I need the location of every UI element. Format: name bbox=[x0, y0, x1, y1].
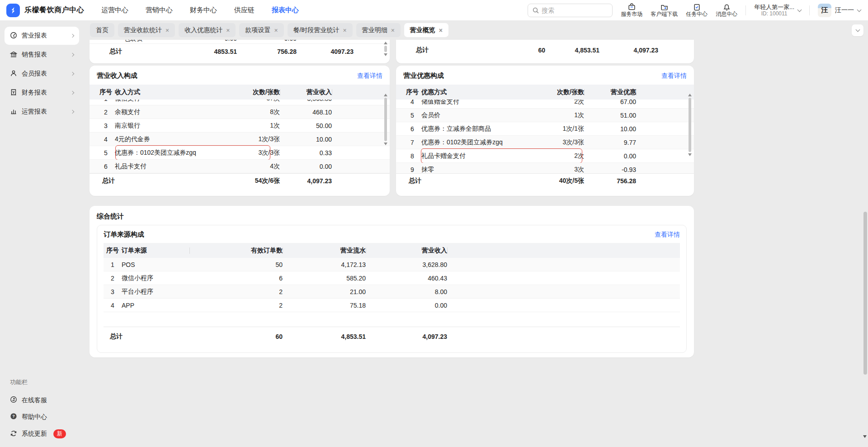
sidebar-footer: 功能栏 在线客服 ? 帮助中心 系统更新 新 bbox=[5, 378, 79, 442]
receipt-icon bbox=[10, 89, 17, 97]
tab-bar: 首页 营业收款统计× 收入优惠统计× 款项设置× 餐/时段营业统计× 营业明细×… bbox=[84, 20, 868, 40]
user-menu[interactable]: 汪 汪一一 bbox=[818, 4, 861, 17]
search-box[interactable] bbox=[528, 4, 613, 17]
content: 包装费 0.00 0.00 总计 4853.51 756.28 4097.23 bbox=[84, 40, 695, 357]
sidebar-item-system-update[interactable]: 系统更新 新 bbox=[5, 425, 79, 442]
sidebar-item-business-report[interactable]: 营业报表 bbox=[5, 27, 79, 45]
page-scrollbar-thumb[interactable] bbox=[863, 212, 867, 375]
new-badge: 新 bbox=[53, 429, 66, 438]
discount-composition-panel: 营业优惠构成 查看详情 序号 优惠方式 次数/张数 营业优惠 4 储值赠金支付 … bbox=[396, 66, 694, 196]
chevron-down-icon bbox=[857, 7, 862, 12]
quick-link-client-download[interactable]: 客户端下载 bbox=[651, 3, 678, 17]
nav-supply-chain[interactable]: 供应链 bbox=[234, 6, 255, 14]
chevron-down-icon bbox=[797, 7, 802, 12]
close-icon[interactable]: × bbox=[343, 27, 346, 34]
close-icon[interactable]: × bbox=[439, 27, 443, 34]
headset-icon bbox=[10, 396, 17, 404]
main-nav: 运营中心 营销中心 财务中心 供应链 报表中心 bbox=[101, 6, 299, 14]
sidebar-item-sales-report[interactable]: 销售报表 bbox=[5, 46, 79, 64]
close-icon[interactable]: × bbox=[226, 27, 230, 34]
panel-title: 营业优惠构成 bbox=[403, 71, 444, 80]
nav-marketing-center[interactable]: 营销中心 bbox=[146, 6, 173, 14]
table-row: 7 优惠券：0102美团立减券zgq 3次/3张 9.77 bbox=[396, 136, 694, 149]
nav-report-center[interactable]: 报表中心 bbox=[272, 6, 299, 14]
table-header: 序号 优惠方式 次数/张数 营业优惠 bbox=[396, 85, 694, 100]
top-partial-row: 包装费 0.00 0.00 总计 4853.51 756.28 4097.23 bbox=[90, 40, 695, 63]
table-row: 4 4元的代金券 1次/3张 10.00 bbox=[90, 133, 390, 146]
view-details-link[interactable]: 查看详情 bbox=[655, 231, 680, 239]
topbar-right: 服务市场 客户端下载 任务中心 消息中心 年轻人第一家... ID: 10001… bbox=[528, 3, 861, 17]
panel-title: 营业收入构成 bbox=[97, 71, 137, 80]
tab-payment-stats[interactable]: 营业收款统计× bbox=[118, 23, 175, 37]
sidebar-item-finance-report[interactable]: 财务报表 bbox=[5, 84, 79, 102]
view-details-link[interactable]: 查看详情 bbox=[357, 72, 382, 80]
brand-title: 乐檬餐饮商户中心 bbox=[24, 5, 84, 15]
quick-link-task-center[interactable]: 任务中心 bbox=[686, 3, 708, 17]
tab-list-dropdown-button[interactable] bbox=[852, 24, 863, 36]
table-total-row: 总计 54次/6张 4,097.23 bbox=[90, 173, 390, 188]
bank-icon bbox=[10, 51, 17, 59]
tab-income-discount-stats[interactable]: 收入优惠统计× bbox=[179, 23, 236, 37]
table-row: 2 余额支付 8次 468.10 bbox=[90, 105, 390, 119]
download-icon bbox=[660, 3, 668, 11]
order-source-panel: 订单来源构成 查看详情 序号 订单来源 有效订单数 营业流水 营业收入 1 PO… bbox=[97, 225, 687, 353]
table-scrollbar[interactable] bbox=[383, 94, 388, 184]
table-header: 序号 订单来源 有效订单数 营业流水 营业收入 bbox=[104, 243, 680, 258]
table-row: 6 礼品卡支付 4次 0.00 bbox=[90, 160, 390, 173]
chevron-right-icon bbox=[71, 72, 74, 76]
bell-icon bbox=[723, 3, 731, 11]
main-area: 首页 营业收款统计× 收入优惠统计× 款项设置× 餐/时段营业统计× 营业明细×… bbox=[84, 20, 868, 447]
summary-title: 综合统计 bbox=[97, 212, 687, 221]
search-input[interactable] bbox=[542, 7, 605, 14]
page-scrollbar-down-arrow[interactable] bbox=[863, 438, 867, 445]
table-total-row: 总计 60 4,853.51 4,097.23 bbox=[104, 327, 680, 346]
pie-report-icon bbox=[10, 32, 17, 40]
view-details-link[interactable]: 查看详情 bbox=[661, 72, 687, 80]
middle-row: 营业收入构成 查看详情 序号 收入方式 次数/张数 营业收入 1 微信支付 37… bbox=[90, 66, 695, 196]
search-icon bbox=[533, 7, 539, 14]
table-header: 序号 收入方式 次数/张数 营业收入 bbox=[90, 85, 390, 100]
sidebar-item-online-support[interactable]: 在线客服 bbox=[5, 392, 79, 409]
tab-business-overview[interactable]: 营业概览× bbox=[404, 23, 448, 37]
function-bar-title: 功能栏 bbox=[5, 378, 79, 386]
quick-link-service-market[interactable]: 服务市场 bbox=[621, 3, 642, 17]
income-composition-panel: 营业收入构成 查看详情 序号 收入方式 次数/张数 营业收入 1 微信支付 37… bbox=[90, 66, 390, 196]
close-icon[interactable]: × bbox=[391, 27, 395, 34]
avatar: 汪 bbox=[818, 4, 831, 17]
table-empty-space bbox=[104, 312, 680, 327]
topbar: 乐檬餐饮商户中心 运营中心 营销中心 财务中心 供应链 报表中心 服务市场 客户… bbox=[0, 0, 868, 20]
table-row: 3 南京银行 1次 50.00 bbox=[90, 119, 390, 133]
table-row: 9 抹零 3次 -0.93 bbox=[396, 163, 694, 173]
tab-home[interactable]: 首页 bbox=[90, 23, 114, 37]
refresh-icon bbox=[10, 430, 17, 438]
tab-meal-period-stats[interactable]: 餐/时段营业统计× bbox=[288, 23, 353, 37]
topbar-divider bbox=[809, 5, 810, 15]
question-icon: ? bbox=[10, 413, 17, 421]
chevron-right-icon bbox=[71, 34, 74, 38]
svg-text:?: ? bbox=[12, 414, 15, 418]
store-switcher[interactable]: 年轻人第一家... ID: 100011 bbox=[754, 4, 801, 17]
table-scrollbar[interactable] bbox=[383, 42, 388, 62]
sidebar-item-member-report[interactable]: 会员报表 bbox=[5, 65, 79, 83]
sidebar-item-operation-report[interactable]: 运营报表 bbox=[5, 103, 79, 121]
table-scrollbar[interactable] bbox=[687, 94, 693, 184]
quick-link-message-center[interactable]: 消息中心 bbox=[716, 3, 737, 17]
grand-total-row: 总计 4853.51 756.28 4097.23 bbox=[90, 44, 390, 59]
close-icon[interactable]: × bbox=[274, 27, 278, 34]
sidebar-item-help-center[interactable]: ? 帮助中心 bbox=[5, 409, 79, 425]
user-name: 汪一一 bbox=[835, 6, 854, 14]
brand: 乐檬餐饮商户中心 bbox=[6, 4, 89, 17]
top-right-partial-card: 总计 60 4,853.51 4,097.23 bbox=[396, 40, 694, 63]
nav-finance-center[interactable]: 财务中心 bbox=[190, 6, 217, 14]
chevron-right-icon bbox=[71, 110, 74, 114]
table-row: 3 平台小程序 2 21.00 8.00 bbox=[104, 285, 680, 299]
grand-total-row: 总计 60 4,853.51 4,097.23 bbox=[396, 41, 694, 59]
nav-operation-center[interactable]: 运营中心 bbox=[101, 6, 128, 14]
store-id: ID: 100011 bbox=[754, 10, 794, 17]
tab-payment-settings[interactable]: 款项设置× bbox=[239, 23, 283, 37]
close-icon[interactable]: × bbox=[165, 27, 169, 34]
tab-business-detail[interactable]: 营业明细× bbox=[356, 23, 401, 37]
table-row-clipped: 1 微信支付 37次 3,568.80 bbox=[90, 100, 390, 105]
table-row: 6 优惠券：立减券全部商品 1次/1张 10.00 bbox=[396, 122, 694, 136]
panel-title: 订单来源构成 bbox=[104, 230, 144, 239]
